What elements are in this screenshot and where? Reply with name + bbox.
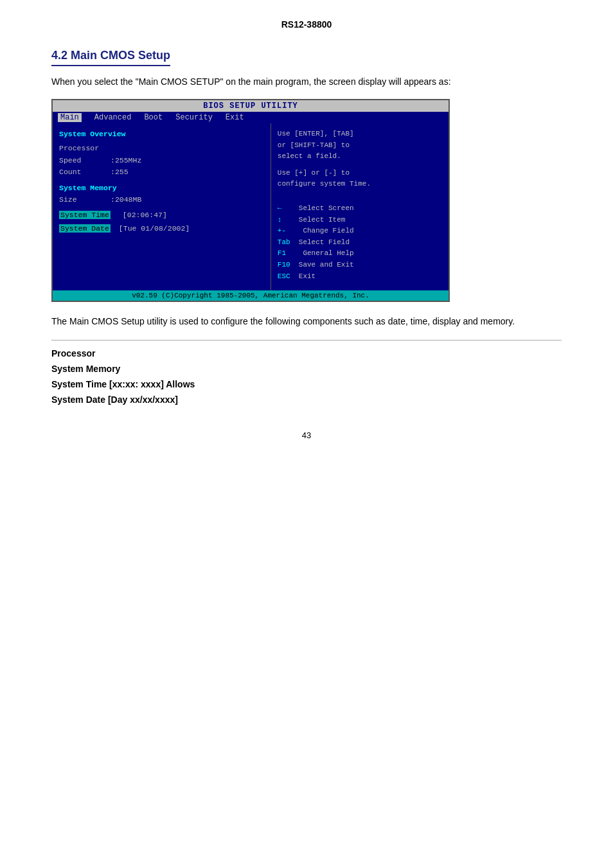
bios-system-date-label: System Date [59, 224, 111, 233]
bios-key-row-2: +- Change Field [278, 226, 442, 237]
bios-key-row-3: Tab Select Field [278, 237, 442, 249]
bios-body: System Overview Processor Speed :255MHz … [53, 123, 449, 290]
bios-key-row-0: ← Select Screen [278, 203, 442, 215]
bios-speed-row: Speed :255MHz [59, 155, 264, 166]
bios-count-value: :255 [111, 166, 129, 178]
bios-system-memory-header: System Memory [59, 182, 264, 194]
item-system-time-label: System Time [xx:xx: xxxx] [51, 379, 164, 389]
bios-size-row: Size :2048MB [59, 194, 264, 206]
bios-size-label: Size [59, 194, 111, 206]
bios-speed-value: :255MHz [111, 155, 141, 166]
bios-key-row-5: F10 Save and Exit [278, 260, 442, 271]
page-number: 43 [51, 430, 562, 440]
bios-system-date-row: System Date [Tue 01/08/2002] [59, 223, 264, 235]
bios-screenshot: BIOS SETUP UTILITY Main Advanced Boot Se… [51, 99, 450, 302]
bios-system-time-row: System Time [02:06:47] [59, 209, 264, 221]
bios-count-row: Count :255 [59, 166, 264, 178]
item-system-date: System Date [Day xx/xx/xxxx] [51, 394, 562, 405]
bios-processor-header: Processor [59, 143, 264, 154]
bios-key-row-4: F1 General Help [278, 248, 442, 260]
bios-key-row-1: ↕ Select Item [278, 215, 442, 226]
item-processor: Processor [51, 348, 562, 359]
bios-help-line1: Use [ENTER], [TAB] [278, 128, 442, 140]
page-title: RS12-38800 [51, 19, 562, 30]
bios-system-overview: System Overview [59, 128, 264, 140]
bios-help-line3: select a field. [278, 151, 442, 163]
bios-keys-section: ← Select Screen ↕ Select Item +- Change … [278, 203, 442, 282]
bios-nav-bar: Main Advanced Boot Security Exit [53, 112, 449, 123]
bios-size-value: :2048MB [111, 194, 141, 206]
divider [51, 340, 562, 341]
bios-right-panel: Use [ENTER], [TAB] or [SHIFT-TAB] to sel… [271, 123, 449, 290]
section-heading: 4.2 Main CMOS Setup [51, 49, 170, 66]
bios-speed-label: Speed [59, 155, 111, 166]
bios-system-date-value: [Tue 01/08/2002] [119, 224, 190, 233]
item-system-time: System Time [xx:xx: xxxx] Allows [51, 379, 562, 389]
bios-nav-exit: Exit [226, 113, 244, 122]
items-list: Processor System Memory System Time [xx:… [51, 348, 562, 405]
bios-nav-main: Main [58, 113, 82, 122]
bios-nav-advanced: Advanced [94, 113, 132, 122]
intro-text: When you select the "Main CMOS SETUP" on… [51, 75, 562, 89]
bios-help-line2: or [SHIFT-TAB] to [278, 140, 442, 152]
bios-system-time-value: [02:06:47] [123, 211, 167, 219]
bios-help-line4: Use [+] or [-] to [278, 168, 442, 179]
item-system-memory: System Memory [51, 364, 562, 374]
bios-help-line5: configure system Time. [278, 179, 442, 190]
bios-footer: v02.59 (C)Copyright 1985-2005, American … [53, 290, 449, 301]
bios-key-row-6: ESC Exit [278, 271, 442, 283]
bios-left-panel: System Overview Processor Speed :255MHz … [53, 123, 271, 290]
bios-nav-security: Security [175, 113, 213, 122]
bios-system-time-label: System Time [59, 211, 111, 219]
bios-title-bar: BIOS SETUP UTILITY [53, 100, 449, 112]
bios-nav-boot: Boot [144, 113, 163, 122]
bios-count-label: Count [59, 166, 111, 178]
body-description: The Main CMOS Setup utility is used to c… [51, 315, 562, 328]
item-system-time-desc: Allows [164, 379, 195, 389]
